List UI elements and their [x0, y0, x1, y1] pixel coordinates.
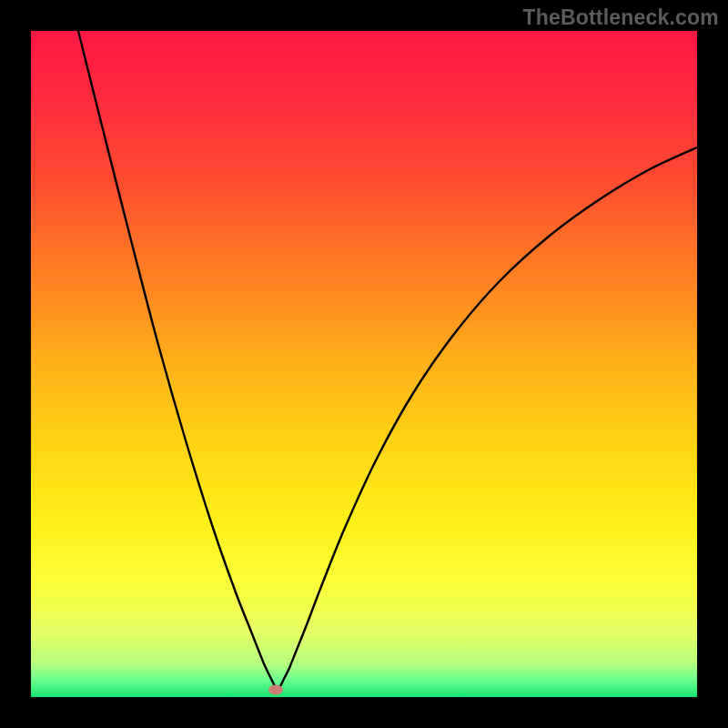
chart-frame: TheBottleneck.com: [0, 0, 728, 728]
watermark-text: TheBottleneck.com: [522, 5, 719, 30]
bottleneck-curve: [31, 31, 697, 697]
optimal-point-marker: [268, 685, 283, 695]
plot-area: [31, 31, 697, 697]
